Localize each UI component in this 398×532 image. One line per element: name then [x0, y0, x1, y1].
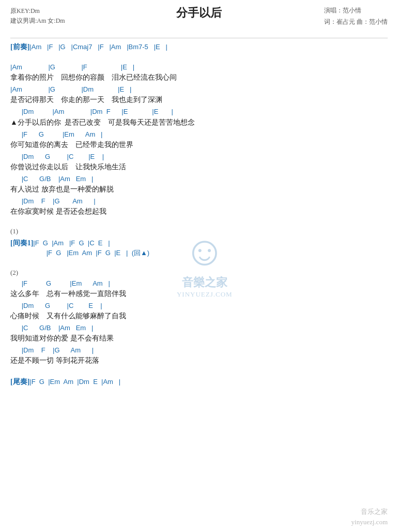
header-divider: [10, 38, 388, 38]
chord-line: |Dm G |C |E |: [10, 152, 388, 161]
lyric-line: 是否记得那天 你走的那一天 我也走到了深渊: [10, 94, 388, 105]
lyric-line: 在你寂寞时候 是否还会想起我: [10, 206, 388, 217]
chord-line: |C G/B |Am Em |: [10, 174, 388, 184]
chord-line: |Dm F |G Am |: [10, 346, 388, 355]
verse2-block0: |F G |Em Am | 这么多年 总有一种感觉一直陪伴我: [10, 279, 388, 299]
lyric-line: ▲分手以后的你 是否已改变 可是我每天还是苦苦地想念: [10, 117, 388, 128]
verse1-block3: |F G |Em Am | 你可知道你的离去 已经带走我的世界: [10, 130, 388, 150]
lyric-line: 拿着你的照片 回想你的容颜 泪水已经流在我心间: [10, 72, 388, 83]
lyric-line: 这么多年 总有一种感觉一直陪伴我: [10, 288, 388, 299]
chord-line: |F G |Em Am |: [10, 279, 388, 288]
chord-line: |Dm F |G Am |: [10, 197, 388, 206]
chord-line: |Am |G |Dm |E |: [10, 85, 388, 94]
interlude1-line2: |F G |Em Am |F G |E | (回▲): [10, 248, 388, 258]
verse1-block1: |Am |G |Dm |E | 是否记得那天 你走的那一天 我也走到了深渊: [10, 85, 388, 105]
lyric-line: 还是不顾一切 等到花开花落: [10, 355, 388, 366]
interlude1-section: [间奏1]|F G |Am |F G |C E | |F G |Em Am |F…: [10, 238, 388, 258]
verse2-block2: |C G/B |Am Em | 我明知道对你的爱 是不会有结果: [10, 323, 388, 344]
interlude1-line1: |F G |Am |F G |C E |: [33, 239, 110, 247]
chord-line: |Am |G |F |E |: [10, 63, 388, 72]
prelude-label: [前奏]: [10, 43, 29, 51]
song-title: 分手以后: [176, 5, 222, 21]
outro-section: [尾奏]|F G |Em Am |Dm E |Am |: [10, 376, 388, 387]
paren1: (1): [10, 227, 388, 235]
lyric-line: 你可知道你的离去 已经带走我的世界: [10, 139, 388, 150]
verse1-block6: |Dm F |G Am | 在你寂寞时候 是否还会想起我: [10, 197, 388, 217]
interlude1-label: [间奏1]: [10, 239, 33, 247]
lyric-line: 心痛时候 又有什么能够麻醉了自我: [10, 311, 388, 321]
verse2-block3: |Dm F |G Am | 还是不顾一切 等到花开花落: [10, 346, 388, 366]
verse1-block4: |Dm G |C |E | 你曾说过你走以后 让我快乐地生活: [10, 152, 388, 172]
lyric-line: 有人说过 放弃也是一种爱的解脱: [10, 184, 388, 195]
lyricist-label: 词：崔占元 曲：范小情: [324, 17, 388, 28]
verse1-block0: |Am |G |F |E | 拿着你的照片 回想你的容颜 泪水已经流在我心间: [10, 63, 388, 83]
verse2-block1: |Dm G |C E | 心痛时候 又有什么能够麻醉了自我: [10, 301, 388, 321]
chord-line: |Dm |Am |Dm F |E |E |: [10, 107, 388, 116]
verse1-block2: |Dm |Am |Dm F |E |E | ▲分手以后的你 是否已改变 可是我每…: [10, 107, 388, 127]
lyric-line: 你曾说过你走以后 让我快乐地生活: [10, 161, 388, 172]
outro-chords: |F G |Em Am |Dm E |Am |: [29, 378, 120, 386]
prelude-section: [前奏]|Am |F |G |Cmaj7 |F |Am |Bm7-5 |E |: [10, 41, 388, 52]
verse1-block5: |C G/B |Am Em | 有人说过 放弃也是一种爱的解脱: [10, 174, 388, 195]
bottom-logo-line1: 音乐之家: [351, 507, 388, 517]
lyric-line: 我明知道对你的爱 是不会有结果: [10, 333, 388, 344]
bottom-logo-line2: yinyuezj.com: [351, 517, 388, 527]
chord-line: |C G/B |Am Em |: [10, 323, 388, 333]
paren2: (2): [10, 269, 388, 277]
bottom-logo: 音乐之家 yinyuezj.com: [351, 507, 388, 527]
outro-label: [尾奏]: [10, 378, 29, 386]
meta-right: 演唱：范小情 词：崔占元 曲：范小情: [324, 5, 388, 27]
singer-label: 演唱：范小情: [324, 5, 388, 17]
chord-line: |Dm G |C E |: [10, 301, 388, 311]
chord-line: |F G |Em Am |: [10, 130, 388, 139]
prelude-chords: |Am |F |G |Cmaj7 |F |Am |Bm7-5 |E |: [29, 43, 167, 51]
